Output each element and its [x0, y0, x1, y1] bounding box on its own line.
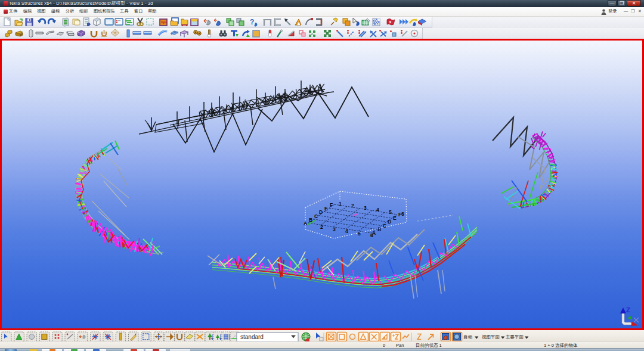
svg-text:4: 4 [376, 207, 379, 213]
svg-text:5: 5 [358, 231, 361, 237]
svg-text:2: 2 [320, 224, 323, 230]
svg-text:A: A [304, 220, 307, 226]
svg-text:4: 4 [345, 228, 348, 234]
svg-text:1: 1 [339, 201, 342, 207]
svg-text:C: C [314, 213, 318, 219]
svg-text:standard: standard [240, 334, 264, 340]
svg-text:E: E [324, 206, 328, 212]
svg-text:6: 6 [370, 232, 373, 238]
svg-text:3: 3 [333, 226, 336, 232]
svg-text:3: 3 [364, 205, 367, 211]
svg-text:6: 6 [401, 211, 404, 217]
svg-text:自动: 自动 [463, 334, 473, 340]
svg-text:视图平面: 视图平面 [482, 334, 500, 340]
svg-text:xyz: xyz [161, 20, 167, 24]
svg-text:2: 2 [351, 203, 354, 209]
svg-text:Z: Z [626, 306, 630, 313]
svg-text:F: F [330, 202, 333, 208]
svg-text:5: 5 [389, 209, 392, 215]
svg-text:主要平面: 主要平面 [506, 334, 524, 340]
svg-text:?: ? [250, 18, 254, 26]
svg-text:C: C [383, 223, 386, 229]
